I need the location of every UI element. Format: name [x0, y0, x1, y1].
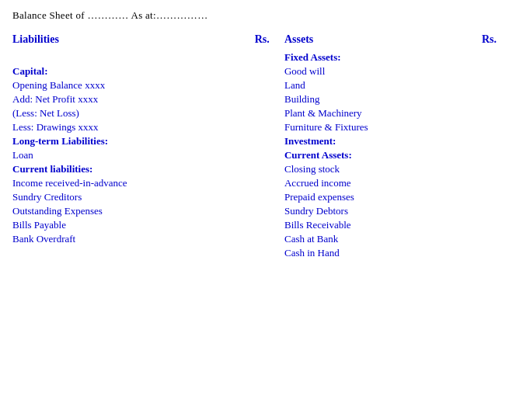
liabilities-header: Liabilities [12, 33, 232, 50]
table-row: Current liabilities: Closing stock [12, 162, 497, 176]
liability-rs [232, 106, 270, 120]
liability-label: Loan [12, 148, 232, 162]
balance-sheet-table: Liabilities Rs. Assets Rs. Fixed Assets:… [12, 33, 497, 260]
table-row: Bills Payable Bills Receivable [12, 218, 497, 232]
liability-label: Sundry Creditors [12, 190, 232, 204]
table-row: Bank Overdraft Cash at Bank [12, 232, 497, 246]
page-title: Balance Sheet of ………… As at:…………… [12, 9, 497, 22]
asset-rs [458, 92, 497, 106]
asset-label: Cash at Bank [284, 232, 458, 246]
liability-rs [232, 204, 270, 218]
table-row: Capital: Good will [12, 64, 497, 78]
liability-rs [232, 78, 270, 92]
liability-label: Bank Overdraft [12, 232, 232, 246]
table-row: Less: Drawings xxxx Furniture & Fixtures [12, 120, 497, 134]
asset-rs [458, 148, 497, 162]
liability-rs [232, 120, 270, 134]
table-row: Outstanding Expenses Sundry Debtors [12, 204, 497, 218]
rs-left-header: Rs. [232, 33, 270, 50]
asset-label: Good will [284, 64, 458, 78]
asset-label: Furniture & Fixtures [284, 120, 458, 134]
liability-rs [232, 64, 270, 78]
asset-rs [458, 120, 497, 134]
asset-label: Sundry Debtors [284, 204, 458, 218]
asset-label: Bills Receivable [284, 218, 458, 232]
asset-label: Current Assets: [284, 148, 458, 162]
liability-label: Capital: [12, 64, 232, 78]
asset-label: Investment: [284, 134, 458, 148]
liability-label [12, 50, 232, 64]
asset-label: Prepaid expenses [284, 190, 458, 204]
asset-rs [458, 232, 497, 246]
table-row: Long-term Liabilities: Investment: [12, 134, 497, 148]
asset-rs [458, 176, 497, 190]
asset-rs [458, 246, 497, 260]
asset-label: Plant & Machinery [284, 106, 458, 120]
asset-rs [458, 78, 497, 92]
liability-label: (Less: Net Loss) [12, 106, 232, 120]
liability-label: Income received-in-advance [12, 176, 232, 190]
asset-rs [458, 218, 497, 232]
asset-rs [458, 134, 497, 148]
table-row: Income received-in-advance Accrued incom… [12, 176, 497, 190]
liability-rs [232, 148, 270, 162]
liability-rs [232, 232, 270, 246]
liability-label [12, 246, 232, 260]
page: Balance Sheet of ………… As at:…………… Liabil… [0, 0, 509, 269]
liability-label: Bills Payable [12, 218, 232, 232]
asset-label: Accrued income [284, 176, 458, 190]
liability-label: Opening Balance xxxx [12, 78, 232, 92]
liability-rs [232, 134, 270, 148]
asset-rs [458, 190, 497, 204]
liability-label: Add: Net Profit xxxx [12, 92, 232, 106]
table-row: Add: Net Profit xxxx Building [12, 92, 497, 106]
liability-rs [232, 190, 270, 204]
liability-label: Current liabilities: [12, 162, 232, 176]
liability-rs [232, 92, 270, 106]
liability-rs [232, 50, 270, 64]
table-header: Liabilities Rs. Assets Rs. [12, 33, 497, 50]
asset-label: Fixed Assets: [284, 50, 458, 64]
table-row: Loan Current Assets: [12, 148, 497, 162]
table-row: (Less: Net Loss) Plant & Machinery [12, 106, 497, 120]
asset-label: Land [284, 78, 458, 92]
asset-label: Building [284, 92, 458, 106]
liability-rs [232, 176, 270, 190]
asset-rs [458, 50, 497, 64]
table-row: Sundry Creditors Prepaid expenses [12, 190, 497, 204]
asset-label: Cash in Hand [284, 246, 458, 260]
rs-right-header: Rs. [458, 33, 497, 50]
liability-label: Less: Drawings xxxx [12, 120, 232, 134]
asset-rs [458, 64, 497, 78]
liability-rs [232, 162, 270, 176]
liability-rs [232, 218, 270, 232]
table-row: Cash in Hand [12, 246, 497, 260]
table-row: Opening Balance xxxx Land [12, 78, 497, 92]
asset-rs [458, 204, 497, 218]
liability-rs [232, 246, 270, 260]
asset-rs [458, 162, 497, 176]
liability-label: Outstanding Expenses [12, 204, 232, 218]
asset-label: Closing stock [284, 162, 458, 176]
asset-rs [458, 106, 497, 120]
liability-label: Long-term Liabilities: [12, 134, 232, 148]
assets-header: Assets [284, 33, 458, 50]
table-row: Fixed Assets: [12, 50, 497, 64]
